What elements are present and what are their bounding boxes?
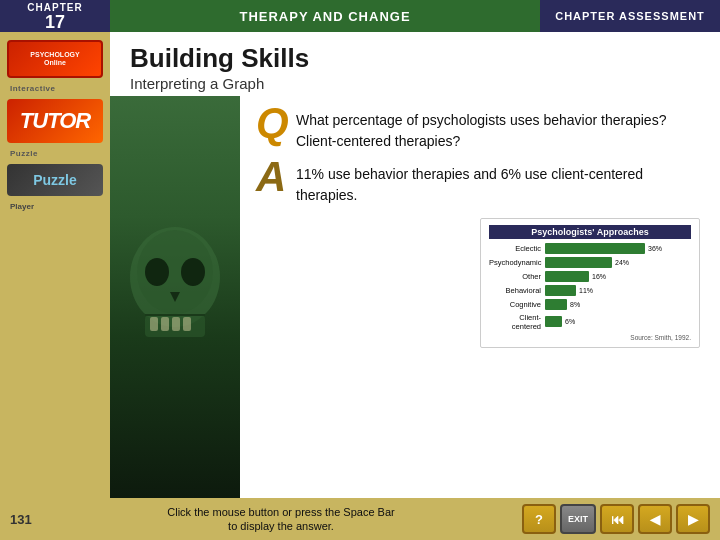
- svg-point-2: [145, 258, 169, 286]
- content-body: Q What percentage of psychologists uses …: [110, 96, 720, 498]
- header-right: CHAPTER ASSESSMENT: [540, 0, 720, 32]
- chart-bar-label: Eclectic: [489, 244, 541, 253]
- main-content: PSYCHOLOGY Online Interactive TUTOR Puzz…: [0, 32, 720, 498]
- chart-bars: Eclectic36%Psychodynamic24%Other16%Behav…: [489, 243, 691, 331]
- chart-bar-pct: 11%: [579, 287, 593, 294]
- answer-text: 11% use behavior therapies and 6% use cl…: [296, 164, 704, 206]
- player-label: Player: [6, 202, 34, 211]
- header-middle-title: THERAPY AND CHANGE: [239, 9, 410, 24]
- qa-section: Q What percentage of psychologists uses …: [240, 96, 720, 498]
- chart-bar-wrap: 36%: [545, 243, 691, 254]
- puzzle-text: Puzzle: [33, 172, 77, 188]
- puzzle-label: Puzzle: [6, 149, 38, 158]
- chart-bar-label: Psychodynamic: [489, 258, 541, 267]
- chart-bar-pct: 36%: [648, 245, 662, 252]
- chart-bar-wrap: 16%: [545, 271, 691, 282]
- chart-row: Psychodynamic24%: [489, 257, 691, 268]
- svg-point-3: [181, 258, 205, 286]
- chart-bar-label: Other: [489, 272, 541, 281]
- chart-row: Eclectic36%: [489, 243, 691, 254]
- chart-bar-fill: [545, 299, 567, 310]
- instructions-line2: to display the answer.: [48, 519, 514, 533]
- question-icon: Q: [256, 102, 288, 144]
- chart-bar-fill: [545, 243, 645, 254]
- interactive-label: Interactive: [6, 84, 56, 93]
- chart-row: Cognitive8%: [489, 299, 691, 310]
- chart-bar-wrap: 11%: [545, 285, 691, 296]
- page-subtitle: Interpreting a Graph: [130, 75, 700, 92]
- svg-rect-8: [183, 317, 191, 331]
- chart-source: Source: Smith, 1992.: [489, 334, 691, 341]
- header-middle: THERAPY AND CHANGE: [110, 0, 540, 32]
- help-button[interactable]: ?: [522, 504, 556, 534]
- bottom-bar: 131 Click the mouse button or press the …: [0, 498, 720, 540]
- prev-prev-button[interactable]: ⏮: [600, 504, 634, 534]
- puzzle-button[interactable]: Puzzle: [7, 164, 103, 196]
- chart-bar-fill: [545, 271, 589, 282]
- psychology-online-button[interactable]: PSYCHOLOGY Online: [7, 40, 103, 78]
- exit-button[interactable]: EXIT: [560, 504, 596, 534]
- chart-bar-wrap: 6%: [545, 316, 691, 327]
- chart-bar-pct: 6%: [565, 318, 575, 325]
- chart-bar-pct: 16%: [592, 273, 606, 280]
- chart-bar-label: Client-centered: [489, 313, 541, 331]
- chart-bar-wrap: 24%: [545, 257, 691, 268]
- tutor-label: TUTOR: [20, 108, 90, 134]
- chart-bar-fill: [545, 257, 612, 268]
- psychology-online-label: PSYCHOLOGY Online: [30, 51, 79, 68]
- question-item: Q What percentage of psychologists uses …: [256, 106, 704, 152]
- svg-rect-7: [172, 317, 180, 331]
- chart-row: Other16%: [489, 271, 691, 282]
- header-right-title: CHAPTER ASSESSMENT: [555, 10, 705, 22]
- chart-bar-label: Behavioral: [489, 286, 541, 295]
- top-header: CHAPTER 17 THERAPY AND CHANGE CHAPTER AS…: [0, 0, 720, 32]
- skull-image: [110, 96, 240, 498]
- page-title: Building Skills: [130, 44, 700, 73]
- instructions-line1: Click the mouse button or press the Spac…: [48, 505, 514, 519]
- chart-row: Client-centered6%: [489, 313, 691, 331]
- skull-decoration: [115, 207, 235, 387]
- chart-row: Behavioral11%: [489, 285, 691, 296]
- chart-bar-pct: 8%: [570, 301, 580, 308]
- content-box: Building Skills Interpreting a Graph: [110, 32, 720, 498]
- bottom-buttons: ? EXIT ⏮ ◀ ▶: [522, 504, 710, 534]
- content-area: Building Skills Interpreting a Graph: [110, 32, 720, 498]
- answer-icon: A: [256, 156, 288, 198]
- bottom-instructions: Click the mouse button or press the Spac…: [48, 505, 514, 534]
- chart-bar-pct: 24%: [615, 259, 629, 266]
- prev-button[interactable]: ◀: [638, 504, 672, 534]
- chapter-block: CHAPTER 17: [0, 0, 110, 32]
- chart-title: Psychologists' Approaches: [489, 225, 691, 239]
- svg-rect-5: [150, 317, 158, 331]
- chapter-number: 17: [45, 13, 65, 31]
- chart-container: Psychologists' Approaches Eclectic36%Psy…: [480, 218, 700, 348]
- tutor-button[interactable]: TUTOR: [7, 99, 103, 143]
- sidebar: PSYCHOLOGY Online Interactive TUTOR Puzz…: [0, 32, 110, 498]
- answer-item: A 11% use behavior therapies and 6% use …: [256, 160, 704, 206]
- chart-bar-wrap: 8%: [545, 299, 691, 310]
- next-button[interactable]: ▶: [676, 504, 710, 534]
- chart-bar-fill: [545, 316, 562, 327]
- chart-bar-label: Cognitive: [489, 300, 541, 309]
- question-text: What percentage of psychologists uses be…: [296, 110, 704, 152]
- page-number: 131: [10, 512, 40, 527]
- svg-rect-6: [161, 317, 169, 331]
- chart-bar-fill: [545, 285, 576, 296]
- content-header: Building Skills Interpreting a Graph: [110, 32, 720, 96]
- chapter-label: CHAPTER: [27, 2, 82, 13]
